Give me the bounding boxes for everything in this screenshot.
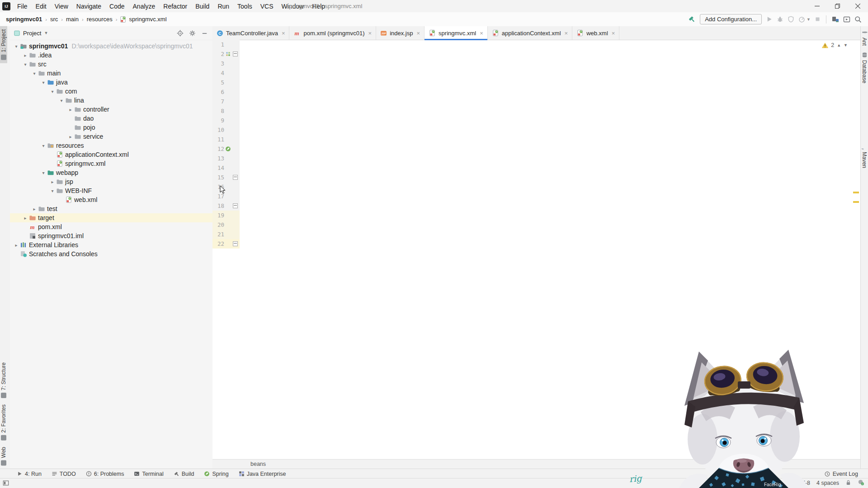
tool-strip-tab-maven[interactable]: mMaven [861,141,868,171]
fold-collapse-icon[interactable] [233,241,238,246]
toolwindow-button-java-enterprise[interactable]: Java Enterprise [234,469,291,479]
line-number[interactable]: 11 [212,135,224,144]
tree-row-service[interactable]: ▸service [10,132,212,141]
fold-marker[interactable] [232,241,239,246]
project-structure-icon[interactable] [832,16,839,23]
editor-tab-index-jsp[interactable]: JSPindex.jsp× [376,26,425,40]
tool-strip-tab-1-project[interactable]: 1: Project [0,26,7,63]
gutter-line-11[interactable]: 11 [212,135,240,144]
line-number[interactable]: 19 [212,211,224,220]
chevron-down-icon[interactable]: ▾ [49,89,56,94]
tree-row-resources[interactable]: ▾resources [10,141,212,150]
gutter-line-15[interactable]: 15 [212,173,240,182]
gutter-line-10[interactable]: 10 [212,125,240,135]
coverage-icon[interactable] [788,16,794,23]
breadcrumb-item[interactable]: main [65,15,80,23]
next-warning-icon[interactable]: ▼ [844,43,848,47]
fold-marker[interactable] [232,52,239,56]
profiler-icon[interactable] [798,16,805,23]
tree-row-controller[interactable]: ▸controller [10,105,212,114]
line-number[interactable]: 21 [212,230,224,239]
gutter-line-21[interactable]: 21 [212,230,240,239]
beans-gutter-icon-wrap[interactable] [224,51,232,58]
tree-row-scratches-and-consoles[interactable]: Scratches and Consoles [10,249,212,258]
tab-close-icon[interactable]: × [480,30,483,37]
fold-collapse-icon[interactable] [233,52,238,56]
line-number[interactable]: 10 [212,125,224,135]
menu-build[interactable]: Build [191,0,213,12]
line-number[interactable]: 13 [212,154,224,163]
tool-strip-tab-2-favorites[interactable]: 2: Favorites [0,401,7,444]
editor-tab-pom-xml-springmvc01-[interactable]: mpom.xml (springmvc01)× [289,26,376,40]
project-view-selector[interactable]: Project [23,30,41,37]
gutter-line-18[interactable]: 18 [212,201,240,211]
tree-row-pojo[interactable]: pojo [10,123,212,132]
menu-code[interactable]: Code [105,0,128,12]
line-number[interactable]: 2 [212,49,224,59]
build-hammer-icon[interactable] [688,15,696,23]
fold-marker[interactable] [232,175,239,180]
gutter-line-14[interactable]: 14 [212,163,240,173]
chevron-down-icon[interactable]: ▾ [40,143,47,148]
chevron-right-icon[interactable]: ▸ [49,179,56,184]
tool-strip-tab-web[interactable]: Web [0,444,7,469]
add-configuration-button[interactable]: Add Configuration... [700,14,762,24]
tree-row-lina[interactable]: ▾lina [10,96,212,105]
gutter-line-1[interactable]: 1 [212,40,240,49]
chevron-right-icon[interactable]: ▸ [67,107,74,112]
gutter-line-3[interactable]: 3 [212,59,240,68]
menu-tools[interactable]: Tools [233,0,256,12]
settings-gear-icon[interactable] [189,30,196,37]
tree-row--idea[interactable]: ▸.idea [10,51,212,60]
toolwindow-button-4-run[interactable]: 4: Run [12,469,47,479]
line-number[interactable]: 7 [212,97,224,106]
chevron-down-icon[interactable]: ▾ [40,170,47,175]
tree-row-external-libraries[interactable]: ▸External Libraries [10,240,212,249]
toolwindow-button-6-problems[interactable]: 6: Problems [81,469,129,479]
breadcrumb-item[interactable]: springmvc01 [5,15,43,23]
chevron-down-icon[interactable]: ▾ [22,62,29,67]
tree-row-web-inf[interactable]: ▾WEB-INF [10,186,212,195]
tree-row-com[interactable]: ▾com [10,87,212,96]
menu-vcs[interactable]: VCS [256,0,278,12]
line-number[interactable]: 1 [212,40,224,49]
gutter-line-8[interactable]: 8 [212,106,240,116]
line-number[interactable]: 15 [212,173,224,182]
line-number[interactable]: 6 [212,87,224,97]
line-number[interactable]: 8 [212,106,224,116]
tree-row-springmvc01[interactable]: ▾springmvc01D:\workspace\ideaWorkspace\s… [10,42,212,51]
line-number[interactable]: 5 [212,78,224,87]
editor-tab-applicationcontext-xml[interactable]: applicationContext.xml× [488,26,572,40]
tree-row-springmvc-xml[interactable]: springmvc.xml [10,159,212,168]
spring-leaf-icon-wrap[interactable] [224,145,232,153]
gutter-line-17[interactable]: 17 [212,192,240,201]
tree-row-pom-xml[interactable]: mpom.xml [10,222,212,231]
fold-collapse-icon[interactable] [233,175,238,180]
warning-stripe-mark[interactable] [853,201,859,203]
hide-panel-icon[interactable] [201,30,208,37]
line-number[interactable]: 14 [212,163,224,173]
chevron-right-icon[interactable]: ▸ [22,216,29,221]
gutter-line-5[interactable]: 5 [212,78,240,87]
inspection-widget[interactable]: 2 ▲ ▼ [822,42,848,48]
gutter-line-16[interactable]: 16 [212,182,240,192]
maximize-icon[interactable] [827,0,848,12]
line-number[interactable]: 20 [212,220,224,230]
line-number[interactable]: 9 [212,116,224,125]
chevron-right-icon[interactable]: ▸ [22,53,29,58]
line-number[interactable]: 4 [212,68,224,78]
gutter-line-22[interactable]: 22 [212,239,240,249]
tab-close-icon[interactable]: × [282,30,285,37]
tree-row-dao[interactable]: dao [10,114,212,123]
chevron-down-icon[interactable]: ▾ [40,80,47,85]
highlighting-level-icon[interactable] [858,479,864,487]
menu-edit[interactable]: Edit [32,0,51,12]
close-icon[interactable] [848,0,868,12]
breadcrumb-item[interactable]: resources [85,15,114,23]
menu-file[interactable]: File [13,0,32,12]
tree-row-jsp[interactable]: ▸jsp [10,177,212,186]
tree-row-test[interactable]: ▸test [10,204,212,213]
editor-tab-springmvc-xml[interactable]: springmvc.xml× [425,26,488,40]
toolwindow-toggle-icon[interactable] [3,480,9,488]
project-dropdown-icon[interactable]: ▼ [44,31,48,35]
